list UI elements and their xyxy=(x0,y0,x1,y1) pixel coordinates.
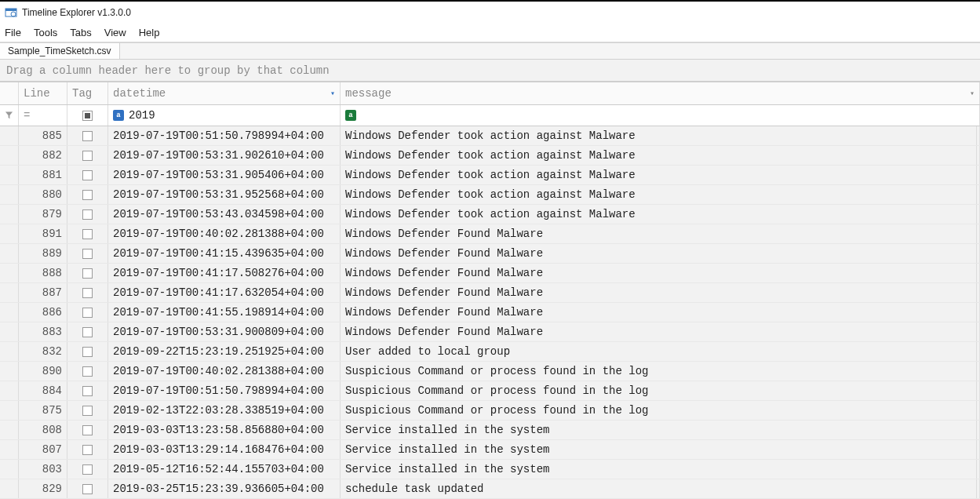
cell-message: Windows Defender Found Malware xyxy=(341,322,977,341)
tab-file[interactable]: Sample_TimeSketch.csv xyxy=(0,43,120,59)
header-datetime[interactable]: datetime ▾ xyxy=(108,82,341,104)
filter-datetime[interactable]: a 2019 xyxy=(108,105,341,126)
row-indicator xyxy=(0,381,19,400)
filter-tag-checkbox[interactable] xyxy=(82,111,93,121)
menu-tabs[interactable]: Tabs xyxy=(70,27,91,38)
cell-tag[interactable] xyxy=(67,401,108,420)
row-indicator xyxy=(0,166,19,184)
tag-checkbox[interactable] xyxy=(82,425,93,435)
row-indicator xyxy=(0,126,19,145)
cell-message: Windows Defender Found Malware xyxy=(341,283,977,302)
tag-checkbox[interactable] xyxy=(82,484,93,494)
menu-file[interactable]: File xyxy=(5,27,21,38)
filter-funnel-icon[interactable] xyxy=(0,105,19,126)
cell-message: Service installed in the system xyxy=(341,440,977,459)
cell-line: 887 xyxy=(19,283,67,302)
cell-tag[interactable] xyxy=(67,460,108,479)
menu-help[interactable]: Help xyxy=(139,27,160,38)
menu-tools[interactable]: Tools xyxy=(34,27,57,38)
cell-tag[interactable] xyxy=(67,381,108,400)
tag-checkbox[interactable] xyxy=(82,464,93,475)
cell-tag[interactable] xyxy=(67,322,108,341)
header-line[interactable]: Line xyxy=(19,82,67,104)
tag-checkbox[interactable] xyxy=(82,170,93,180)
cell-tag[interactable] xyxy=(67,303,108,322)
tag-checkbox[interactable] xyxy=(82,406,93,416)
cell-tag[interactable] xyxy=(67,185,108,204)
cell-datetime: 2019-02-13T22:03:28.338519+04:00 xyxy=(108,401,341,420)
filter-active-icon[interactable]: ▾ xyxy=(330,89,335,98)
grid-body: 8852019-07-19T00:51:50.798994+04:00Windo… xyxy=(0,126,980,499)
filter-message[interactable]: a xyxy=(341,105,980,126)
cell-datetime: 2019-07-19T00:53:31.905406+04:00 xyxy=(108,166,341,184)
cell-tag[interactable] xyxy=(67,421,108,439)
table-row[interactable]: 8292019-03-25T15:23:39.936605+04:00sched… xyxy=(0,479,980,499)
table-row[interactable]: 8322019-09-22T15:23:19.251925+04:00User … xyxy=(0,342,980,362)
cell-line: 879 xyxy=(19,205,67,224)
table-row[interactable]: 8072019-03-03T13:29:14.168476+04:00Servi… xyxy=(0,440,980,460)
table-row[interactable]: 8882019-07-19T00:41:17.508276+04:00Windo… xyxy=(0,264,980,283)
row-indicator xyxy=(0,479,19,498)
filter-tag[interactable] xyxy=(67,105,108,126)
table-row[interactable]: 8912019-07-19T00:40:02.281388+04:00Windo… xyxy=(0,224,980,244)
document-tabs: Sample_TimeSketch.csv xyxy=(0,42,980,60)
tag-checkbox[interactable] xyxy=(82,151,93,161)
tag-checkbox[interactable] xyxy=(82,229,93,239)
row-edge xyxy=(977,440,980,459)
data-grid: Line Tag datetime ▾ message ▾ = a 2019 a xyxy=(0,82,980,499)
tag-checkbox[interactable] xyxy=(82,209,93,220)
table-row[interactable]: 8832019-07-19T00:53:31.900809+04:00Windo… xyxy=(0,322,980,342)
cell-datetime: 2019-07-19T00:41:15.439635+04:00 xyxy=(108,244,341,263)
cell-tag[interactable] xyxy=(67,146,108,165)
table-row[interactable]: 8752019-02-13T22:03:28.338519+04:00Suspi… xyxy=(0,401,980,421)
cell-line: 883 xyxy=(19,322,67,341)
tag-checkbox[interactable] xyxy=(82,288,93,298)
tag-checkbox[interactable] xyxy=(82,327,93,337)
cell-tag[interactable] xyxy=(67,440,108,459)
table-row[interactable]: 8802019-07-19T00:53:31.952568+04:00Windo… xyxy=(0,185,980,205)
cell-tag[interactable] xyxy=(67,126,108,145)
table-row[interactable]: 8872019-07-19T00:41:17.632054+04:00Windo… xyxy=(0,283,980,303)
tag-checkbox[interactable] xyxy=(82,366,93,377)
tag-checkbox[interactable] xyxy=(82,268,93,279)
cell-tag[interactable] xyxy=(67,205,108,224)
row-indicator xyxy=(0,401,19,420)
tag-checkbox[interactable] xyxy=(82,190,93,200)
group-panel[interactable]: Drag a column header here to group by th… xyxy=(0,60,980,82)
tag-checkbox[interactable] xyxy=(82,249,93,259)
cell-tag[interactable] xyxy=(67,342,108,361)
cell-tag[interactable] xyxy=(67,244,108,263)
header-message[interactable]: message ▾ xyxy=(341,82,980,104)
table-row[interactable]: 8902019-07-19T00:40:02.281388+04:00Suspi… xyxy=(0,362,980,381)
tag-checkbox[interactable] xyxy=(82,445,93,455)
table-row[interactable]: 8082019-03-03T13:23:58.856880+04:00Servi… xyxy=(0,421,980,440)
row-edge xyxy=(977,126,980,145)
row-indicator xyxy=(0,440,19,459)
dropdown-icon[interactable]: ▾ xyxy=(970,89,975,98)
table-row[interactable]: 8842019-07-19T00:51:50.798994+04:00Suspi… xyxy=(0,381,980,401)
menu-view[interactable]: View xyxy=(104,27,126,38)
table-row[interactable]: 8032019-05-12T16:52:44.155703+04:00Servi… xyxy=(0,460,980,479)
row-indicator xyxy=(0,342,19,361)
tag-checkbox[interactable] xyxy=(82,131,93,141)
cell-tag[interactable] xyxy=(67,224,108,243)
tag-checkbox[interactable] xyxy=(82,347,93,357)
filter-line[interactable]: = xyxy=(19,105,67,126)
table-row[interactable]: 8852019-07-19T00:51:50.798994+04:00Windo… xyxy=(0,126,980,146)
row-indicator xyxy=(0,283,19,302)
table-row[interactable]: 8892019-07-19T00:41:15.439635+04:00Windo… xyxy=(0,244,980,264)
cell-tag[interactable] xyxy=(67,264,108,282)
header-tag[interactable]: Tag xyxy=(67,82,108,104)
row-indicator xyxy=(0,322,19,341)
table-row[interactable]: 8812019-07-19T00:53:31.905406+04:00Windo… xyxy=(0,166,980,185)
table-row[interactable]: 8792019-07-19T00:53:43.034598+04:00Windo… xyxy=(0,205,980,224)
tag-checkbox[interactable] xyxy=(82,308,93,318)
tag-checkbox[interactable] xyxy=(82,386,93,396)
cell-tag[interactable] xyxy=(67,479,108,498)
cell-tag[interactable] xyxy=(67,362,108,381)
cell-tag[interactable] xyxy=(67,283,108,302)
table-row[interactable]: 8862019-07-19T00:41:55.198914+04:00Windo… xyxy=(0,303,980,322)
cell-datetime: 2019-07-19T00:51:50.798994+04:00 xyxy=(108,126,341,145)
cell-tag[interactable] xyxy=(67,166,108,184)
table-row[interactable]: 8822019-07-19T00:53:31.902610+04:00Windo… xyxy=(0,146,980,166)
